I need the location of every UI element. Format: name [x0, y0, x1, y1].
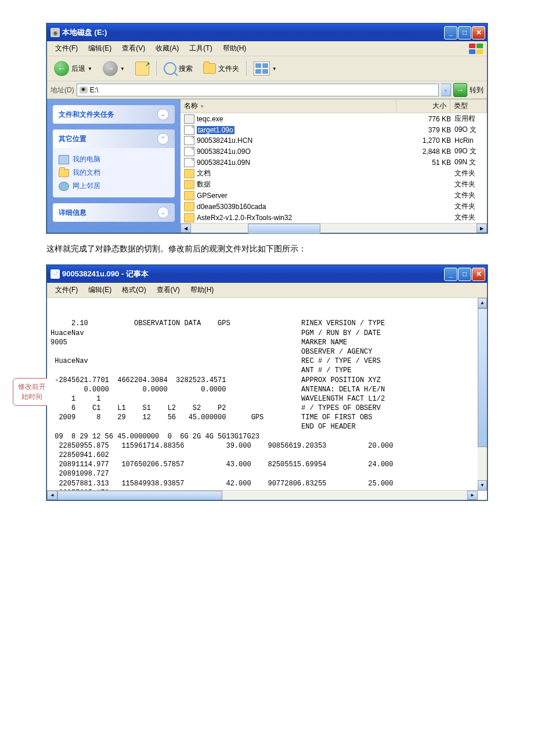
column-headers: 名称 ▼ 大小 类型 [181, 99, 487, 113]
go-button[interactable]: → [453, 83, 467, 97]
file-tasks-header[interactable]: 文件和文件夹任务 ⌄ [53, 105, 175, 124]
explorer-toolbar: ←后退▼ →▼ 搜索 文件夹 ▼ [47, 56, 487, 81]
forward-icon: → [103, 61, 118, 76]
up-button[interactable] [132, 60, 153, 77]
file-type: HcRin [451, 136, 484, 145]
dropdown-icon: ▼ [272, 66, 277, 71]
column-size[interactable]: 大小 [396, 99, 450, 113]
notepad-icon: 📄 [50, 269, 60, 279]
network-link[interactable]: 网上邻居 [59, 179, 169, 193]
exe-icon [184, 114, 194, 124]
file-row[interactable]: 900538241u.09O2,848 KB09O 文 [181, 146, 487, 157]
address-dropdown[interactable]: v [441, 84, 451, 96]
back-icon: ← [54, 61, 69, 76]
chevron-down-icon: ⌄ [157, 207, 169, 218]
minimize-button[interactable]: _ [444, 268, 457, 281]
doc-icon [184, 147, 194, 156]
file-size: 1,270 KB [405, 136, 451, 145]
file-row[interactable]: 900538241u.HCN1,270 KBHcRin [181, 135, 487, 146]
file-tasks-panel: 文件和文件夹任务 ⌄ [53, 105, 175, 124]
menu-edit[interactable]: 编辑(E) [84, 284, 116, 296]
file-size: 379 KB [405, 126, 451, 134]
dropdown-icon: ▼ [88, 66, 92, 71]
column-type[interactable]: 类型 [450, 99, 487, 113]
notepad-titlebar[interactable]: 📄 900538241u.090 - 记事本 _ □ ✕ [47, 265, 487, 283]
address-input[interactable]: ◉ E:\ [77, 84, 439, 96]
doc-icon [184, 125, 194, 135]
file-list[interactable]: teqc.exe776 KB应用程target1.09o379 KB09O 文9… [181, 113, 487, 223]
maximize-button[interactable]: □ [458, 268, 471, 281]
file-row[interactable]: 数据文件夹 [181, 179, 487, 190]
forward-button[interactable]: →▼ [99, 59, 128, 78]
menu-help[interactable]: 帮助(H) [218, 42, 251, 55]
file-size: 776 KB [405, 115, 451, 123]
my-documents-link[interactable]: 我的文档 [59, 166, 169, 179]
back-button[interactable]: ←后退▼ [50, 59, 96, 78]
scroll-thumb[interactable] [248, 224, 320, 234]
explorer-titlebar[interactable]: ◉ 本地磁盘 (E:) _ □ ✕ [47, 24, 487, 41]
scroll-right-button[interactable]: ▶ [467, 491, 478, 500]
file-row[interactable]: 文档文件夹 [181, 168, 487, 179]
my-computer-label: 我的电脑 [73, 154, 100, 164]
minimize-button[interactable]: _ [444, 26, 457, 39]
network-label: 网上邻居 [73, 181, 100, 191]
notepad-content-area[interactable]: 2.10 OBSERVATION DATA GPS RINEX VERSION … [47, 298, 487, 500]
file-row[interactable]: GPServer文件夹 [181, 190, 487, 201]
menu-format[interactable]: 格式(O) [117, 284, 150, 296]
menu-file[interactable]: 文件(F) [50, 284, 82, 296]
scroll-track[interactable] [478, 308, 487, 480]
file-row[interactable]: target1.09o379 KB09O 文 [181, 124, 487, 135]
column-name[interactable]: 名称 ▼ [181, 99, 396, 113]
file-type: 文件夹 [451, 213, 484, 222]
scroll-left-button[interactable]: ◀ [47, 491, 57, 500]
doc-icon [184, 136, 194, 145]
file-type: 09O 文 [451, 146, 484, 156]
search-button[interactable]: 搜索 [160, 60, 196, 77]
views-button[interactable]: ▼ [250, 60, 280, 77]
file-row[interactable]: AsteRx2-v1.2.0-RxTools-win32文件夹 [181, 212, 487, 223]
scroll-up-button[interactable]: ▲ [478, 298, 487, 308]
other-places-header[interactable]: 其它位置 ⌃ [53, 129, 175, 148]
horizontal-scrollbar[interactable]: ◀ ▶ [181, 223, 487, 233]
menu-view[interactable]: 查看(V) [117, 42, 150, 55]
file-name: d0eae53039b160cada [197, 203, 266, 211]
notepad-menubar: 文件(F) 编辑(E) 格式(O) 查看(V) 帮助(H) [47, 283, 487, 298]
scroll-track[interactable] [191, 224, 477, 233]
file-row[interactable]: teqc.exe776 KB应用程 [181, 113, 487, 124]
scroll-thumb[interactable] [57, 491, 222, 500]
menu-tools[interactable]: 工具(T) [185, 42, 217, 55]
menu-view[interactable]: 查看(V) [152, 284, 185, 296]
svg-rect-2 [469, 49, 475, 54]
svg-rect-1 [477, 44, 483, 48]
folder-icon [184, 169, 194, 178]
scroll-down-button[interactable]: ▼ [478, 480, 487, 491]
other-places-label: 其它位置 [59, 134, 86, 144]
scroll-thumb[interactable] [478, 308, 487, 447]
scroll-right-button[interactable]: ▶ [477, 224, 487, 233]
explorer-title: 本地磁盘 (E:) [62, 27, 444, 38]
toolbar-separator [246, 61, 247, 76]
caption-text: 这样就完成了对静态数据的切割。修改前后的观测文件对比如下图所示： [46, 244, 488, 254]
go-label: 转到 [470, 85, 484, 95]
file-name: teqc.exe [197, 115, 223, 123]
explorer-window: ◉ 本地磁盘 (E:) _ □ ✕ 文件(F) 编辑(E) 查看(V) 收藏(A… [46, 23, 488, 233]
menu-favorites[interactable]: 收藏(A) [151, 42, 183, 55]
notepad-text: 2.10 OBSERVATION DATA GPS RINEX VERSION … [50, 319, 484, 500]
file-row[interactable]: 900538241u.09N51 KB09N 文 [181, 157, 487, 168]
maximize-button[interactable]: □ [458, 26, 471, 39]
menu-file[interactable]: 文件(F) [50, 42, 82, 55]
menu-edit[interactable]: 编辑(E) [84, 42, 116, 55]
horizontal-scrollbar[interactable]: ◀ ▶ [47, 490, 478, 500]
folders-button[interactable]: 文件夹 [200, 62, 243, 75]
scroll-left-button[interactable]: ◀ [181, 224, 191, 233]
menu-help[interactable]: 帮助(H) [186, 284, 219, 296]
close-button[interactable]: ✕ [472, 268, 485, 281]
file-size: 51 KB [405, 159, 451, 167]
my-computer-link[interactable]: 我的电脑 [59, 153, 169, 166]
scroll-track[interactable] [57, 491, 467, 500]
close-button[interactable]: ✕ [472, 26, 485, 39]
folder-icon [184, 191, 194, 200]
details-header[interactable]: 详细信息 ⌄ [53, 203, 175, 222]
file-row[interactable]: d0eae53039b160cada文件夹 [181, 201, 487, 212]
vertical-scrollbar[interactable]: ▲ ▼ [478, 298, 487, 491]
